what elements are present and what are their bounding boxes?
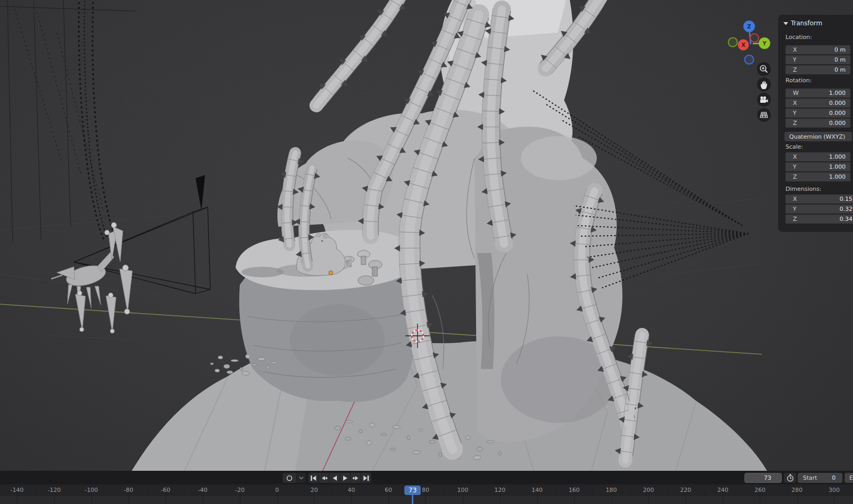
pan-button[interactable] [757, 77, 771, 91]
ruler-tick [444, 492, 445, 496]
rotation-y-field[interactable]: Y0.000 [786, 109, 850, 118]
location-label: Location: [786, 34, 812, 42]
track-gridline [203, 496, 203, 504]
gizmo-neg-z-handle[interactable] [745, 55, 754, 64]
next-keyframe-button[interactable] [351, 473, 361, 483]
preview-range-button[interactable] [784, 473, 796, 483]
ruler-tick [240, 492, 240, 496]
location-y-field[interactable]: Y0 m [786, 55, 850, 64]
track-gridline [834, 496, 835, 504]
perspective-toggle-button[interactable] [757, 108, 771, 122]
play-reverse-icon [332, 475, 338, 481]
ruler-tick [593, 492, 593, 496]
dimensions-x-field[interactable]: X0.15 [786, 195, 853, 203]
camera-up-triangle [196, 175, 205, 210]
auto-keying-button[interactable] [283, 473, 296, 483]
rotation-label: Rotation: [786, 77, 812, 85]
frame-start-field[interactable]: Start 0 [798, 473, 842, 483]
track-gridline [129, 496, 129, 504]
blender-window: X Z Y Transform Loc [0, 0, 853, 504]
ruler-tick [779, 492, 779, 496]
stopwatch-icon [786, 473, 794, 482]
ruler-tick [370, 492, 371, 496]
camera-view-icon [759, 94, 769, 105]
auto-keying-dropdown[interactable] [297, 473, 306, 483]
ruler-tick [816, 492, 816, 496]
ruler-tick [389, 492, 389, 496]
ruler-tick [166, 492, 166, 496]
dimensions-y-field[interactable]: Y0.32 [786, 205, 853, 214]
ruler-tick [333, 492, 333, 496]
camera-view-button[interactable] [757, 93, 771, 106]
track-gridline [91, 496, 92, 504]
ruler-tick [36, 492, 36, 496]
jump-start-icon [310, 475, 317, 481]
constraint-dashed-lines [0, 0, 136, 243]
ruler-tick [481, 492, 482, 496]
ruler-tick [147, 492, 148, 496]
scale-x-field[interactable]: X1.000 [786, 152, 850, 161]
ruler-tick [277, 492, 278, 496]
ruler-tick [54, 492, 55, 496]
location-z-field[interactable]: Z0 m [786, 65, 850, 74]
track-gridline [537, 496, 538, 504]
track-gridline [760, 496, 760, 504]
ruler-tick [648, 492, 649, 496]
track-gridline [351, 496, 352, 504]
dimensions-z-field[interactable]: Z0.34 [786, 215, 853, 224]
track-gridline [648, 496, 649, 504]
perspective-grid-icon [759, 110, 769, 120]
scale-z-field[interactable]: Z1.000 [786, 172, 850, 181]
track-gridline [612, 496, 612, 504]
navigation-gizmo[interactable]: X Z Y [725, 12, 778, 67]
timeline-track[interactable] [0, 496, 853, 504]
jump-to-start-button[interactable] [308, 473, 318, 483]
location-x-field[interactable]: X0 m [786, 45, 850, 54]
jump-to-end-button[interactable] [361, 473, 371, 483]
zoom-icon [758, 63, 770, 75]
jump-end-icon [363, 475, 370, 481]
viewport-3d[interactable] [0, 0, 853, 471]
transform-panel-header[interactable]: Transform [783, 19, 822, 27]
scale-y-field[interactable]: Y1.000 [786, 162, 850, 171]
play-icon [342, 475, 348, 481]
ruler-tick [203, 492, 203, 496]
ruler-tick [258, 492, 259, 496]
next-keyframe-icon [352, 475, 360, 481]
playhead-line [412, 495, 413, 504]
gizmo-neg-y-handle[interactable] [729, 38, 738, 47]
track-gridline [240, 496, 240, 504]
track-gridline [17, 496, 17, 504]
track-gridline [463, 496, 463, 504]
rotation-x-field[interactable]: X0.000 [786, 99, 850, 108]
play-reverse-button[interactable] [329, 473, 340, 483]
frame-end-field[interactable]: E [845, 473, 853, 483]
rotation-mode-dropdown[interactable]: Quaternion (WXYZ) [784, 132, 852, 141]
current-frame-field[interactable]: 73 [744, 473, 782, 483]
gizmo-x-label: X [741, 42, 745, 48]
rotation-w-field[interactable]: W1.000 [786, 89, 850, 98]
rotation-z-field[interactable]: Z0.000 [786, 119, 850, 128]
armature-character[interactable] [51, 222, 132, 333]
record-circle-icon [286, 474, 293, 482]
track-gridline [389, 496, 389, 504]
ruler-tick [704, 492, 705, 496]
gizmo-z-label: Z [747, 24, 751, 30]
collapse-chevron-icon [783, 22, 788, 25]
panel-title: Transform [791, 20, 822, 27]
gizmo-y-label: Y [762, 41, 767, 46]
zoom-button[interactable] [757, 62, 771, 76]
ruler-tick [685, 492, 686, 496]
gizmo-neg-x-handle[interactable] [750, 34, 759, 42]
ruler-tick [612, 492, 612, 496]
timeline-ruler[interactable]: -140-120-100-80-60-40-200204060801001201… [0, 484, 853, 496]
track-gridline [425, 496, 426, 504]
chevron-down-icon [299, 476, 304, 480]
playhead[interactable]: 73 [404, 486, 421, 495]
play-button[interactable] [340, 473, 350, 483]
ruler-tick [463, 492, 463, 496]
ruler-tick [73, 492, 73, 496]
dimensions-label: Dimensions: [786, 186, 821, 193]
prev-keyframe-button[interactable] [319, 473, 329, 483]
ruler-tick [221, 492, 222, 496]
